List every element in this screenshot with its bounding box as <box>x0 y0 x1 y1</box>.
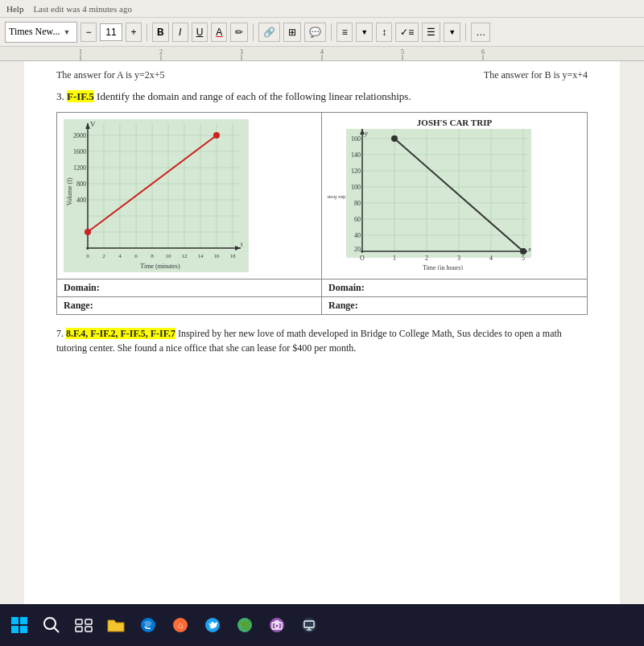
insert-image-button[interactable]: ⊞ <box>283 23 301 42</box>
answer-b: The answer for B is y=x+4 <box>484 69 588 81</box>
browser-button[interactable] <box>134 611 163 640</box>
question-7: 7. 8.F.4, F-IF.2, F-IF.5, F-IF.7 Inspire… <box>56 326 588 355</box>
chevron-align-button[interactable]: ▼ <box>356 23 373 42</box>
svg-text:V: V <box>90 120 96 128</box>
svg-text:⌂: ⌂ <box>178 620 184 630</box>
svg-text:8: 8 <box>151 253 154 259</box>
list-chevron-button[interactable]: ▼ <box>444 23 460 42</box>
svg-text:14: 14 <box>198 253 204 259</box>
right-domain-row: Domain: <box>322 280 587 297</box>
q3-text: Identify the domain and range of each of… <box>97 90 411 102</box>
domain-range-left: Domain: Range: <box>57 280 322 314</box>
svg-text:2: 2 <box>102 253 105 259</box>
graph-right-inner: Number of Miles from Josh's Home <box>327 129 582 270</box>
font-size-input[interactable] <box>100 23 122 41</box>
checklist-button[interactable]: ✓≡ <box>395 23 419 42</box>
font-size-decrease-button[interactable]: − <box>80 23 97 42</box>
line-spacing-button[interactable]: ↕ <box>376 23 392 42</box>
search-button[interactable] <box>37 611 66 640</box>
right-range-row: Range: <box>322 297 587 314</box>
right-graph-svg: 160 140 120 100 80 60 40 20 O 1 2 3 4 <box>346 129 531 270</box>
highlight-button[interactable]: ✏ <box>230 23 248 42</box>
underline-button[interactable]: U <box>192 23 208 42</box>
taskbar: ⌂ 🌿 <box>0 604 644 646</box>
svg-text:y: y <box>364 129 368 137</box>
last-edit-text: Last edit was 4 minutes ago <box>33 4 132 14</box>
svg-point-102 <box>44 618 56 629</box>
svg-text:18: 18 <box>230 253 237 259</box>
right-range-label: Range: <box>328 300 358 311</box>
svg-rect-13 <box>64 119 249 272</box>
svg-text:Time (in hours): Time (in hours) <box>423 264 463 270</box>
svg-text:1: 1 <box>79 48 82 56</box>
q3-tag: F-IF.5 <box>67 90 94 102</box>
svg-text:3: 3 <box>240 48 243 56</box>
svg-text:5: 5 <box>401 48 404 56</box>
ruler: 1 2 3 4 5 6 <box>0 47 644 61</box>
svg-rect-105 <box>85 619 92 624</box>
toolbar-divider-3 <box>331 23 332 41</box>
svg-text:160: 160 <box>351 135 361 143</box>
svg-text:4: 4 <box>320 48 324 56</box>
comment-button[interactable]: 💬 <box>304 23 326 42</box>
svg-text:Number of Miles from Josh's Ho: Number of Miles from Josh's Home <box>328 194 345 201</box>
list-button[interactable]: ☰ <box>422 23 440 42</box>
svg-text:6: 6 <box>481 48 485 56</box>
svg-text:140: 140 <box>351 151 361 159</box>
question-3: 3. F-IF.5 Identify the domain and range … <box>56 89 588 104</box>
italic-button[interactable]: I <box>172 23 188 42</box>
camera-button[interactable] <box>262 611 291 640</box>
svg-text:100: 100 <box>351 184 361 191</box>
link-button[interactable]: 🔗 <box>258 23 280 42</box>
svg-text:10: 10 <box>166 253 172 259</box>
svg-text:16: 16 <box>214 253 221 259</box>
graph-left: 2000 1600 1200 800 400 0 2 4 6 8 10 12 1… <box>57 113 322 279</box>
svg-rect-101 <box>20 626 27 633</box>
task-view-button[interactable] <box>69 611 98 640</box>
domain-range-right: Domain: Range: <box>322 280 587 314</box>
svg-text:400: 400 <box>76 197 86 204</box>
svg-text:Volume (l): Volume (l) <box>66 178 73 206</box>
font-color-button[interactable]: A <box>211 23 227 42</box>
align-button[interactable]: ≡ <box>336 23 353 42</box>
svg-rect-98 <box>11 617 19 624</box>
svg-rect-106 <box>76 627 82 632</box>
graph-title: JOSH'S CAR TRIP <box>327 118 582 127</box>
left-domain-row: Domain: <box>57 280 321 297</box>
font-dropdown[interactable]: Times New... ▼ <box>5 22 77 43</box>
svg-text:4: 4 <box>118 253 122 259</box>
left-range-row: Range: <box>57 297 321 314</box>
svg-text:80: 80 <box>354 200 361 207</box>
q7-tags: 8.F.4, F-IF.2, F-IF.5, F-IF.7 <box>66 328 175 339</box>
font-name-label: Times New... <box>9 26 60 38</box>
windows-start-button[interactable] <box>5 611 34 640</box>
home-button[interactable]: ⌂ <box>166 611 195 640</box>
prior-answers: The answer for A is y=2x+5 The answer fo… <box>56 69 588 81</box>
domain-range-table: Domain: Range: Domain: Range: <box>56 280 588 315</box>
svg-rect-100 <box>11 626 19 633</box>
svg-text:O: O <box>360 255 365 262</box>
more-options-button[interactable]: … <box>471 23 490 42</box>
font-size-increase-button[interactable]: + <box>126 23 142 42</box>
q7-number: 7. <box>56 328 64 339</box>
svg-text:3: 3 <box>457 255 460 262</box>
svg-text:x: x <box>527 245 531 253</box>
svg-rect-104 <box>76 619 82 624</box>
toolbar: Times New... ▼ − + B I U A ✏ 🔗 ⊞ 💬 ≡ ▼ <box>0 18 644 47</box>
graphs-container: 2000 1600 1200 800 400 0 2 4 6 8 10 12 1… <box>56 112 588 280</box>
help-link[interactable]: Help <box>6 4 23 14</box>
monitor-button[interactable] <box>295 611 324 640</box>
svg-text:12: 12 <box>182 253 188 259</box>
svg-point-51 <box>213 132 220 139</box>
font-dropdown-chevron: ▼ <box>63 28 70 36</box>
file-explorer-button[interactable] <box>101 611 130 640</box>
app1-button[interactable]: 🌿 <box>230 611 259 640</box>
right-domain-label: Domain: <box>328 282 365 293</box>
graph-right: JOSH'S CAR TRIP Number of Miles from Jos… <box>322 113 587 279</box>
svg-line-103 <box>54 627 59 632</box>
social-button[interactable] <box>198 611 227 640</box>
top-bar: Help Last edit was 4 minutes ago <box>0 0 644 18</box>
left-graph-svg: 2000 1600 1200 800 400 0 2 4 6 8 10 12 1… <box>64 119 249 272</box>
svg-text:120: 120 <box>351 168 361 175</box>
bold-button[interactable]: B <box>152 23 169 42</box>
